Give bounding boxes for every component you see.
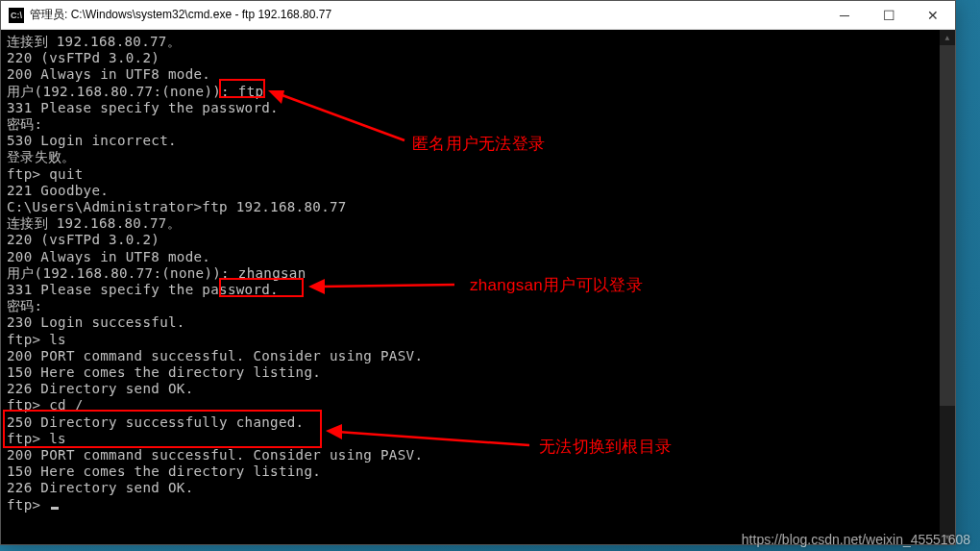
terminal-line: ftp> ls (7, 431, 949, 447)
terminal-line: 用户(192.168.80.77:(none)): ftp (7, 84, 949, 100)
cmd-icon: C:\ (9, 8, 24, 23)
terminal-line: 连接到 192.168.80.77。 (7, 215, 949, 232)
terminal-line: 250 Directory successfully changed. (7, 414, 949, 431)
titlebar[interactable]: C:\ 管理员: C:\Windows\system32\cmd.exe - f… (1, 1, 955, 30)
terminal-line: 150 Here comes the directory listing. (7, 463, 949, 480)
terminal-window: C:\ 管理员: C:\Windows\system32\cmd.exe - f… (0, 0, 956, 545)
terminal-line: ftp> (7, 497, 949, 513)
terminal-line: 230 Login successful. (7, 314, 949, 331)
terminal-line: C:\Users\Administrator>ftp 192.168.80.77 (7, 199, 949, 215)
scrollbar-thumb[interactable] (940, 45, 955, 406)
terminal-line: 226 Directory send OK. (7, 381, 949, 397)
terminal-line: 331 Please specify the password. (7, 100, 949, 116)
terminal-line: ftp> quit (7, 166, 949, 183)
minimize-button[interactable]: ─ (822, 1, 867, 29)
window-controls: ─ ☐ ✕ (822, 1, 955, 29)
terminal-line: 220 (vsFTPd 3.0.2) (7, 232, 949, 248)
terminal-line: 密码: (7, 116, 949, 133)
terminal-line: 用户(192.168.80.77:(none)): zhangsan (7, 265, 949, 282)
terminal-line: 200 Always in UTF8 mode. (7, 249, 949, 265)
terminal-line: 连接到 192.168.80.77。 (7, 34, 949, 50)
scrollbar[interactable]: ▲ ▼ (940, 30, 955, 544)
terminal-line: 226 Directory send OK. (7, 480, 949, 496)
cursor (51, 507, 59, 510)
scroll-up-button[interactable]: ▲ (940, 30, 955, 45)
terminal-line: 331 Please specify the password. (7, 282, 949, 298)
maximize-button[interactable]: ☐ (867, 1, 911, 29)
terminal-line: 200 PORT command successful. Consider us… (7, 348, 949, 364)
terminal-content[interactable]: 连接到 192.168.80.77。 220 (vsFTPd 3.0.2) 20… (1, 30, 955, 544)
terminal-line: ftp> ls (7, 332, 949, 348)
terminal-line: 密码: (7, 298, 949, 314)
terminal-line: 220 (vsFTPd 3.0.2) (7, 50, 949, 66)
terminal-line: 150 Here comes the directory listing. (7, 364, 949, 381)
terminal-line: 200 PORT command successful. Consider us… (7, 447, 949, 463)
window-title: 管理员: C:\Windows\system32\cmd.exe - ftp 1… (30, 7, 822, 23)
terminal-line: ftp> cd / (7, 397, 949, 413)
terminal-line: 200 Always in UTF8 mode. (7, 66, 949, 83)
watermark: https://blog.csdn.net/weixin_45551608 (742, 532, 970, 547)
terminal-line: 登录失败。 (7, 149, 949, 165)
close-button[interactable]: ✕ (911, 1, 955, 29)
terminal-line: 530 Login incorrect. (7, 133, 949, 149)
prompt: ftp> (7, 497, 49, 513)
terminal-line: 221 Goodbye. (7, 183, 949, 199)
